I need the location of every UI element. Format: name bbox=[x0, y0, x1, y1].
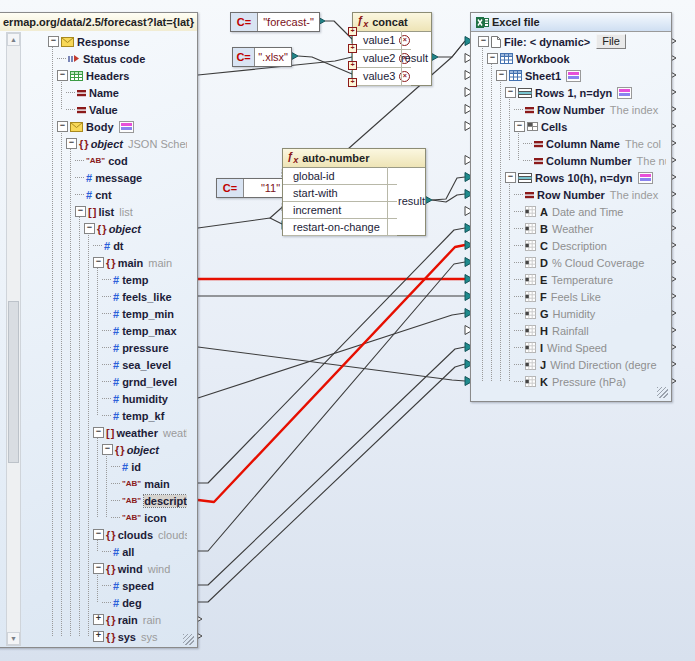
scrollbar-thumb[interactable] bbox=[8, 301, 19, 463]
function-concat[interactable]: ƒx concat value1×value2×value3× result bbox=[352, 12, 432, 86]
tree-row-list[interactable]: −[ ]listlist bbox=[75, 203, 187, 220]
table-settings-button[interactable] bbox=[638, 172, 653, 184]
tree-row-speed[interactable]: #speed bbox=[102, 577, 187, 594]
source-resize-grip[interactable] bbox=[183, 634, 194, 645]
source-scrollbar[interactable]: ▲ ▼ bbox=[6, 32, 21, 646]
tree-row-col-E[interactable]: ETemperature bbox=[514, 271, 666, 288]
connection-speed-to-excel.I[interactable] bbox=[198, 347, 465, 585]
tree-row-value[interactable]: Value bbox=[66, 101, 187, 118]
add-parameter-icon[interactable]: + bbox=[348, 78, 357, 87]
tree-row-response[interactable]: −Response bbox=[48, 33, 187, 50]
tree-row-message[interactable]: #message bbox=[75, 169, 187, 186]
tree-row-status-code[interactable]: Status code bbox=[57, 50, 187, 67]
expand-toggle-icon[interactable]: − bbox=[505, 87, 516, 98]
table-settings-button[interactable] bbox=[119, 121, 134, 133]
tree-row-icon[interactable]: "AB"icon bbox=[111, 509, 187, 526]
expand-toggle-icon[interactable]: − bbox=[48, 36, 59, 47]
expand-toggle-icon[interactable]: − bbox=[57, 121, 68, 132]
tree-row-temp-max[interactable]: #temp_max bbox=[102, 322, 187, 339]
tree-row-workbook[interactable]: −Workbook bbox=[487, 50, 666, 67]
tree-row-row-number[interactable]: Row NumberThe index bbox=[514, 101, 666, 118]
tree-row-description[interactable]: "AB"description bbox=[111, 492, 187, 509]
expand-toggle-icon[interactable]: + bbox=[93, 631, 104, 642]
connection-humidity-to-excel.G[interactable] bbox=[198, 313, 465, 398]
connection-deg-to-excel.J[interactable] bbox=[198, 364, 465, 602]
function-auto-number-header[interactable]: ƒx auto-number bbox=[283, 149, 425, 168]
tree-row-sheet1[interactable]: −Sheet1 bbox=[496, 67, 666, 84]
tree-row-col-C[interactable]: CDescription bbox=[514, 237, 666, 254]
tree-row-col-G[interactable]: GHumidity bbox=[514, 305, 666, 322]
expand-toggle-icon[interactable]: − bbox=[93, 563, 104, 574]
expand-toggle-icon[interactable]: − bbox=[487, 53, 498, 64]
connection-main-to-excel.B[interactable] bbox=[198, 228, 465, 483]
tree-row-headers[interactable]: −Headers bbox=[57, 67, 187, 84]
scroll-down-icon[interactable]: ▼ bbox=[7, 632, 20, 645]
tree-row-pressure[interactable]: #pressure bbox=[102, 339, 187, 356]
constant-forecast[interactable]: C= "forecast-" bbox=[230, 12, 320, 32]
tree-row-main[interactable]: −{ }mainmain bbox=[93, 254, 187, 271]
tree-row-file-dynamic-[interactable]: −File: < dynamic>File bbox=[478, 33, 666, 50]
expand-toggle-icon[interactable]: − bbox=[496, 70, 507, 81]
tree-row-grnd-level[interactable]: #grnd_level bbox=[102, 373, 187, 390]
tree-row-object[interactable]: −{ }objectJSON Schema bbox=[66, 135, 187, 152]
connection-auto-number.result-to-excel.Rows10[interactable] bbox=[432, 177, 465, 200]
function-param-increment[interactable]: increment bbox=[283, 201, 397, 219]
tree-row-col-F[interactable]: FFeels Like bbox=[514, 288, 666, 305]
tree-row-col-D[interactable]: D% Cloud Coverage bbox=[514, 254, 666, 271]
excel-component-header[interactable]: Excel file bbox=[471, 13, 671, 32]
tree-row-col-B[interactable]: BWeather bbox=[514, 220, 666, 237]
tree-row-temp-kf[interactable]: #temp_kf bbox=[102, 407, 187, 424]
expand-toggle-icon[interactable]: − bbox=[66, 138, 77, 149]
expand-toggle-icon[interactable]: − bbox=[93, 257, 104, 268]
connection-all-to-excel.D[interactable] bbox=[198, 262, 465, 551]
tree-row-object[interactable]: −{ }object bbox=[84, 220, 187, 237]
tree-row-col-A[interactable]: ADate and Time bbox=[514, 203, 666, 220]
connection-list.object-to-auto-number.restart-on-change[interactable] bbox=[198, 218, 282, 228]
function-concat-header[interactable]: ƒx concat bbox=[353, 13, 431, 32]
tree-row-feels-like[interactable]: #feels_like bbox=[102, 288, 187, 305]
tree-row-wind[interactable]: −{ }windwind bbox=[93, 560, 187, 577]
constant-xlsx[interactable]: C= ".xlsx" bbox=[232, 47, 292, 67]
tree-row-humidity[interactable]: #humidity bbox=[102, 390, 187, 407]
tree-row-deg[interactable]: #deg bbox=[102, 594, 187, 611]
tree-row-cod[interactable]: "AB"cod bbox=[75, 152, 187, 169]
tree-row-rain[interactable]: +{ }rainrain bbox=[93, 611, 187, 628]
tree-row-col-J[interactable]: JWind Direction (degre bbox=[514, 356, 666, 373]
tree-row-temp[interactable]: #temp bbox=[102, 271, 187, 288]
tree-row-dt[interactable]: #dt bbox=[93, 237, 187, 254]
function-param-global-id[interactable]: global-id bbox=[283, 167, 397, 185]
tree-row-sys[interactable]: +{ }syssys bbox=[93, 628, 187, 645]
excel-resize-grip[interactable] bbox=[657, 387, 668, 398]
scroll-up-icon[interactable]: ▲ bbox=[7, 33, 20, 46]
expand-toggle-icon[interactable]: − bbox=[93, 427, 104, 438]
add-parameter-icon[interactable]: + bbox=[348, 61, 357, 70]
tree-row-weather[interactable]: −[ ]weatherweath bbox=[93, 424, 187, 441]
tree-row-clouds[interactable]: −{ }cloudsclouds bbox=[93, 526, 187, 543]
expand-toggle-icon[interactable]: − bbox=[84, 223, 95, 234]
tree-row-body[interactable]: −Body bbox=[57, 118, 187, 135]
tree-row-row-number[interactable]: Row NumberThe index bbox=[514, 186, 666, 203]
table-settings-button[interactable] bbox=[617, 87, 632, 99]
tree-row-rows-1-n-dyn[interactable]: −Rows 1, n=dyn bbox=[505, 84, 666, 101]
expand-toggle-icon[interactable]: − bbox=[505, 172, 516, 183]
expand-toggle-icon[interactable]: − bbox=[478, 36, 489, 47]
add-parameter-icon[interactable]: + bbox=[348, 44, 357, 53]
tree-row-all[interactable]: #all bbox=[102, 543, 187, 560]
connection-auto-number.result-to-excel.RowNumber10[interactable] bbox=[432, 194, 465, 202]
tree-row-object[interactable]: −{ }object bbox=[102, 441, 187, 458]
tree-row-col-I[interactable]: IWind Speed bbox=[514, 339, 666, 356]
tree-row-rows-10-h-n-dyn[interactable]: −Rows 10(h), n=dyn bbox=[505, 169, 666, 186]
tree-row-id[interactable]: #id bbox=[111, 458, 187, 475]
connection-concat.result-to-excel.File[interactable] bbox=[438, 41, 465, 57]
source-component-header[interactable]: ermap.org/data/2.5/forecast?lat={lat} bbox=[0, 13, 197, 32]
expand-toggle-icon[interactable]: − bbox=[93, 529, 104, 540]
function-auto-number[interactable]: ƒx auto-number global-idstart-withincrem… bbox=[282, 148, 426, 236]
tree-row-col-H[interactable]: HRainfall bbox=[514, 322, 666, 339]
table-settings-button[interactable] bbox=[566, 70, 581, 82]
function-param-restart-on-change[interactable]: restart-on-change bbox=[283, 218, 397, 236]
tree-row-cells[interactable]: −Cells bbox=[514, 118, 666, 135]
connection-description-to-excel.C[interactable] bbox=[198, 245, 465, 502]
tree-row-main[interactable]: "AB"main bbox=[111, 475, 187, 492]
tree-row-name[interactable]: Name bbox=[66, 84, 187, 101]
add-parameter-icon[interactable]: + bbox=[348, 27, 357, 36]
